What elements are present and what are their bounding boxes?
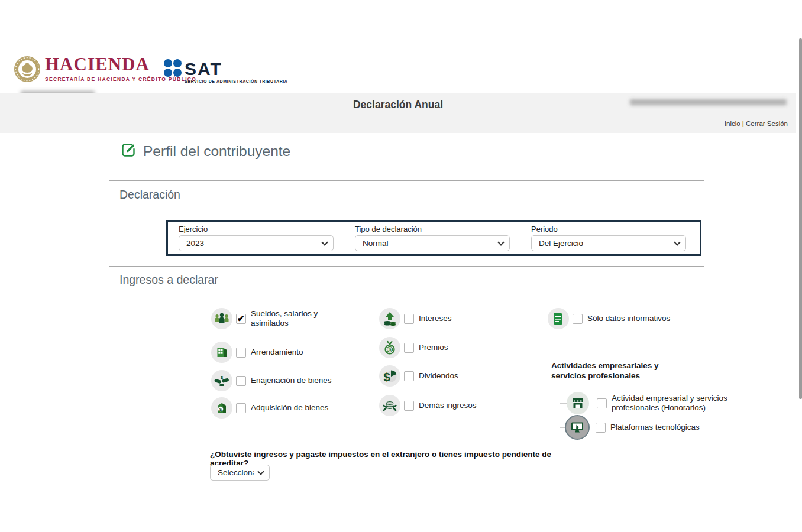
connector-line <box>560 383 560 428</box>
people-icon <box>211 308 232 329</box>
ejercicio-label: Ejercicio <box>179 225 334 233</box>
item-label: Sólo datos informativos <box>587 314 688 324</box>
ingreso-item-intereses: Intereses <box>379 308 513 329</box>
monitor-icon <box>565 415 590 440</box>
demas-ingresos-checkbox[interactable] <box>404 401 414 411</box>
session-links: Inicio | Cerrar Sesión <box>725 120 788 127</box>
solo-datos-checkbox[interactable] <box>573 314 583 324</box>
premios-checkbox[interactable] <box>404 343 414 353</box>
page-title: Perfil del contribuyente <box>143 143 290 160</box>
document-icon <box>548 308 569 329</box>
ingreso-item-arrendamiento: Arrendamiento <box>211 342 334 363</box>
ingreso-item-enajenacion: $ Enajenación de bienes <box>211 370 339 391</box>
coins-icon <box>379 395 400 416</box>
link-separator: | <box>740 120 746 127</box>
edit-icon <box>120 142 137 161</box>
arrendamiento-checkbox[interactable] <box>236 348 246 358</box>
extranjero-select[interactable]: Selecciona <box>210 465 270 481</box>
handshake-icon: $ <box>211 370 232 391</box>
item-label: Dividendos <box>419 371 513 381</box>
section-divider <box>109 266 704 267</box>
sat-subtitle: SERVICIO DE ADMINISTRACIÓN TRIBUTARIA <box>185 79 288 83</box>
building-icon <box>211 342 232 363</box>
enajenacion-checkbox[interactable] <box>236 376 246 386</box>
item-label: Sueldos, salarios y asimilados <box>251 309 326 329</box>
section-divider <box>109 180 704 181</box>
svg-text:$: $ <box>389 346 392 352</box>
item-label: Enajenación de bienes <box>251 376 339 386</box>
svg-text:$: $ <box>219 407 222 412</box>
cerrar-sesion-link[interactable]: Cerrar Sesión <box>746 120 788 127</box>
plataformas-checkbox[interactable] <box>596 423 606 433</box>
tipo-declaracion-label: Tipo de declaración <box>355 225 510 233</box>
app-topbar: Declaración Anual Inicio | Cerrar Sesión <box>0 93 796 133</box>
sat-logo: SAT SERVICIO DE ADMINISTRACIÓN TRIBUTARI… <box>185 60 288 83</box>
item-label: Actividad empresarial y servicios profes… <box>612 394 730 413</box>
ingreso-item-plataformas: Plataformas tecnológicas <box>565 415 729 440</box>
svg-text:$: $ <box>221 375 224 380</box>
scrollbar-thumb[interactable] <box>799 38 802 399</box>
item-label: Adquisición de bienes <box>251 403 339 413</box>
adquisicion-checkbox[interactable] <box>236 403 246 413</box>
actividad-empresarial-checkbox[interactable] <box>597 398 607 408</box>
store-icon <box>567 392 589 414</box>
growth-arrow-icon <box>379 308 400 329</box>
intereses-checkbox[interactable] <box>404 314 414 324</box>
dividendos-checkbox[interactable] <box>404 371 414 381</box>
ingreso-item-dividendos: $ Dividendos <box>379 365 513 387</box>
periodo-select[interactable]: Del Ejercicio <box>531 235 686 251</box>
ingreso-item-premios: $ Premios <box>379 337 513 358</box>
ingreso-item-adquisicion: $ Adquisición de bienes <box>211 397 339 419</box>
hacienda-seal-icon <box>13 55 41 86</box>
tipo-declaracion-select[interactable]: Normal <box>355 235 510 251</box>
page-title-row: Perfil del contribuyente <box>120 142 290 161</box>
sueldos-checkbox[interactable] <box>236 314 246 324</box>
house-dollar-icon: $ <box>211 397 232 419</box>
periodo-field: Periodo Del Ejercicio <box>531 225 686 251</box>
declaracion-heading: Declaración <box>119 188 180 202</box>
government-header: HACIENDA SECRETARÍA DE HACIENDA Y CRÉDIT… <box>0 44 802 90</box>
item-label: Intereses <box>419 314 513 324</box>
sat-dots-icon <box>163 57 182 80</box>
actividades-heading: Actividades empresariales y servicios pr… <box>551 361 667 381</box>
redacted-user-name <box>630 99 787 105</box>
item-label: Demás ingresos <box>419 401 513 411</box>
ejercicio-field: Ejercicio 2023 <box>179 225 334 251</box>
item-label: Arrendamiento <box>251 348 334 358</box>
item-label: Plataformas tecnológicas <box>610 423 729 433</box>
declaracion-box: Ejercicio 2023 Tipo de declaración Norma… <box>166 220 701 256</box>
ingreso-item-actividad-empresarial: Actividad empresarial y servicios profes… <box>567 392 730 414</box>
svg-text:$: $ <box>383 370 390 384</box>
money-bag-icon: $ <box>379 337 400 358</box>
sat-title: SAT <box>185 60 288 78</box>
ingreso-item-demas: Demás ingresos <box>379 395 513 416</box>
ingreso-item-solo-datos: Sólo datos informativos <box>548 308 688 329</box>
ejercicio-select[interactable]: 2023 <box>179 235 334 251</box>
pie-dollar-icon: $ <box>379 365 400 387</box>
item-label: Premios <box>419 343 513 353</box>
inicio-link[interactable]: Inicio <box>725 120 740 127</box>
tipo-declaracion-field: Tipo de declaración Normal <box>355 225 510 251</box>
ingreso-item-sueldos: Sueldos, salarios y asimilados <box>211 308 326 329</box>
periodo-label: Periodo <box>531 225 686 233</box>
ingresos-heading: Ingresos a declarar <box>119 273 218 287</box>
